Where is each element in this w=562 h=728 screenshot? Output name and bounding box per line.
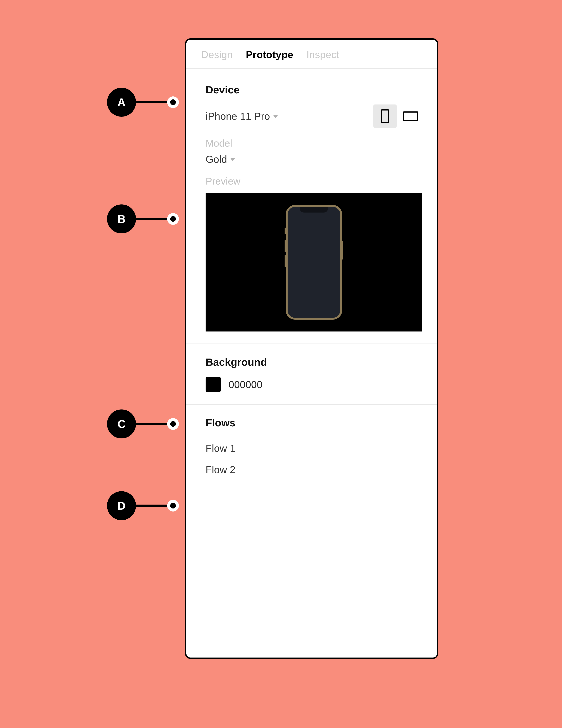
- callout-dot: [167, 96, 179, 108]
- model-label: Model: [205, 138, 422, 149]
- color-hex-value[interactable]: 000000: [228, 379, 262, 390]
- model-value: Gold: [205, 153, 227, 165]
- callout-b: B: [107, 204, 179, 233]
- flows-section: Flows Flow 1 Flow 2: [186, 405, 437, 492]
- tab-inspect[interactable]: Inspect: [307, 49, 339, 60]
- phone-side-button: [285, 255, 286, 267]
- device-dropdown[interactable]: iPhone 11 Pro: [205, 110, 278, 122]
- device-row: iPhone 11 Pro: [205, 104, 422, 128]
- orientation-landscape-button[interactable]: [399, 104, 422, 128]
- phone-side-button: [285, 228, 286, 234]
- preview-label: Preview: [205, 176, 422, 187]
- device-section: Device iPhone 11 Pro Model Gold: [186, 69, 437, 344]
- tab-prototype[interactable]: Prototype: [246, 49, 293, 60]
- phone-mockup: [286, 205, 342, 320]
- callout-badge-c: C: [107, 409, 136, 438]
- phone-side-button: [342, 241, 343, 260]
- callout-dot: [167, 213, 179, 225]
- callout-dot: [167, 500, 179, 512]
- callout-line: [136, 218, 167, 220]
- phone-side-button: [285, 240, 286, 252]
- flow-item[interactable]: Flow 1: [205, 437, 422, 459]
- orientation-toggle: [373, 104, 422, 128]
- callout-badge-d: D: [107, 491, 136, 520]
- landscape-icon: [403, 111, 418, 121]
- callout-line: [136, 423, 167, 425]
- chevron-down-icon: [230, 158, 235, 161]
- callout-a: A: [107, 88, 179, 117]
- model-dropdown[interactable]: Gold: [205, 153, 422, 165]
- callout-line: [136, 505, 167, 507]
- background-section: Background 000000: [186, 344, 437, 405]
- callout-dot: [167, 418, 179, 430]
- preview-block: Preview: [205, 176, 422, 331]
- background-color-row[interactable]: 000000: [205, 377, 422, 392]
- orientation-portrait-button[interactable]: [373, 104, 397, 128]
- callout-c: C: [107, 409, 179, 438]
- color-swatch[interactable]: [205, 377, 221, 392]
- preview-frame: [205, 193, 422, 331]
- device-title: Device: [205, 84, 422, 96]
- flows-title: Flows: [205, 417, 422, 429]
- flow-item[interactable]: Flow 2: [205, 459, 422, 480]
- panel-tabs: Design Prototype Inspect: [186, 40, 437, 69]
- callout-d: D: [107, 491, 179, 520]
- portrait-icon: [381, 109, 389, 123]
- callout-badge-a: A: [107, 88, 136, 117]
- tab-design[interactable]: Design: [201, 49, 233, 60]
- chevron-down-icon: [273, 115, 278, 118]
- device-selected-label: iPhone 11 Pro: [205, 110, 270, 122]
- callout-line: [136, 101, 167, 103]
- model-block: Model Gold: [205, 138, 422, 165]
- callout-badge-b: B: [107, 204, 136, 233]
- background-title: Background: [205, 356, 422, 368]
- prototype-panel: Design Prototype Inspect Device iPhone 1…: [185, 38, 438, 659]
